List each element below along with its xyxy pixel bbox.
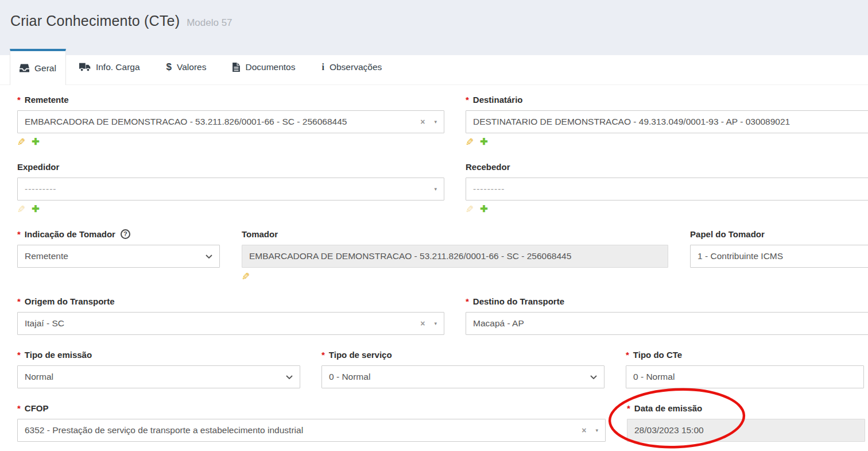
add-recebedor-icon[interactable]: ✚ [480, 205, 487, 214]
chevron-down-icon[interactable]: ▾ [434, 187, 437, 192]
page-subtitle: Modelo 57 [187, 17, 232, 29]
tipo-servico-value: 0 - Normal [329, 372, 586, 382]
edit-recebedor-icon[interactable]: ✎ [466, 205, 474, 214]
chevron-down-icon [206, 255, 212, 259]
add-remetente-icon[interactable]: ✚ [32, 137, 39, 147]
chevron-down-icon [590, 375, 597, 379]
expedidor-select[interactable]: --------- ▾ [17, 178, 444, 201]
inbox-icon [20, 64, 29, 72]
destinatario-value: DESTINATARIO DE DEMONSTRACAO - 49.313.04… [473, 117, 868, 127]
required-marker: * [17, 94, 21, 105]
destino-select[interactable]: Macapá - AP [466, 312, 868, 335]
clear-icon[interactable]: × [582, 426, 586, 435]
page-header: Criar Conhecimento (CTe) Modelo 57 [0, 0, 868, 49]
tipo-servico-label: * Tipo de serviço [321, 349, 604, 360]
page-title: Criar Conhecimento (CTe) [10, 13, 180, 29]
data-emissao-label: * Data de emissão [627, 403, 865, 414]
tab-label: Observações [330, 62, 382, 72]
papel-tomador-select[interactable]: 1 - Contribuinte ICMS [690, 245, 868, 268]
chevron-down-icon [286, 375, 293, 379]
tab-info-carga[interactable]: Info. Carga [66, 49, 153, 85]
remetente-select[interactable]: EMBARCADORA DE DEMONSTRACAO - 53.211.826… [17, 110, 444, 133]
add-expedidor-icon[interactable]: ✚ [32, 205, 39, 214]
dollar-icon: $ [166, 61, 172, 73]
expedidor-placeholder: --------- [25, 184, 434, 194]
tipo-emissao-label: * Tipo de emissão [17, 349, 300, 360]
edit-expedidor-icon[interactable]: ✎ [17, 205, 25, 214]
destinatario-label: * Destinatário [466, 94, 868, 105]
form-geral: * Remetente EMBARCADORA DE DEMONSTRACAO … [0, 85, 868, 442]
document-icon [232, 63, 240, 72]
destino-label: * Destino do Transporte [466, 296, 868, 307]
cfop-label: * CFOP [17, 403, 606, 414]
origem-select[interactable]: Itajaí - SC × ▾ [17, 312, 444, 335]
expedidor-label: Expedidor [17, 161, 444, 172]
origem-value: Itajaí - SC [25, 318, 416, 329]
recebedor-select[interactable]: --------- [466, 178, 868, 201]
required-marker: * [17, 229, 21, 240]
tab-label: Info. Carga [96, 62, 140, 72]
papel-tomador-label: Papel do Tomador [690, 229, 868, 240]
remetente-label: * Remetente [17, 94, 444, 105]
destinatario-select[interactable]: DESTINATARIO DE DEMONSTRACAO - 49.313.04… [466, 110, 868, 133]
tab-label: Documentos [245, 62, 295, 72]
required-marker: * [321, 349, 325, 360]
truck-icon [79, 63, 91, 72]
indicacao-tomador-label: * Indicação de Tomador ? [17, 229, 220, 240]
required-marker: * [627, 403, 630, 414]
destino-value: Macapá - AP [473, 318, 868, 329]
help-icon[interactable]: ? [121, 229, 130, 239]
required-marker: * [17, 349, 21, 360]
indicacao-tomador-select[interactable]: Remetente [17, 245, 220, 268]
tipo-cte-value: 0 - Normal [633, 372, 857, 382]
required-marker: * [17, 403, 21, 414]
papel-tomador-value: 1 - Contribuinte ICMS [698, 251, 868, 261]
add-destinatario-icon[interactable]: ✚ [480, 137, 487, 147]
info-icon: i [321, 62, 324, 72]
clear-icon[interactable]: × [420, 117, 425, 126]
tab-documentos[interactable]: Documentos [219, 49, 308, 85]
tipo-emissao-select[interactable]: Normal [17, 365, 300, 388]
tomador-value: EMBARCADORA DE DEMONSTRACAO - 53.211.826… [249, 251, 661, 261]
tipo-emissao-value: Normal [25, 372, 281, 382]
tomador-field: EMBARCADORA DE DEMONSTRACAO - 53.211.826… [242, 245, 668, 268]
tab-label: Geral [34, 63, 56, 74]
required-marker: * [466, 296, 469, 307]
tomador-label: Tomador [242, 229, 668, 240]
tipo-servico-select[interactable]: 0 - Normal [321, 365, 604, 388]
edit-tomador-icon[interactable]: ✎ [242, 272, 250, 282]
edit-destinatario-icon[interactable]: ✎ [466, 137, 474, 147]
indicacao-tomador-value: Remetente [25, 251, 201, 261]
tab-label: Valores [177, 62, 206, 72]
edit-remetente-icon[interactable]: ✎ [17, 137, 25, 147]
cfop-value: 6352 - Prestação de serviço de transport… [25, 425, 577, 435]
tab-geral[interactable]: Geral [10, 49, 66, 85]
remetente-value: EMBARCADORA DE DEMONSTRACAO - 53.211.826… [25, 117, 416, 127]
tipo-cte-label: * Tipo do CTe [626, 349, 864, 360]
cfop-select[interactable]: 6352 - Prestação de serviço de transport… [17, 419, 606, 442]
data-emissao-field: 28/03/2023 15:00 [627, 419, 865, 442]
tab-observacoes[interactable]: i Observações [308, 49, 395, 85]
required-marker: * [17, 296, 21, 307]
required-marker: * [466, 94, 469, 105]
data-emissao-value: 28/03/2023 15:00 [634, 425, 858, 435]
clear-icon[interactable]: × [420, 319, 425, 328]
recebedor-label: Recebedor [466, 161, 868, 172]
tab-valores[interactable]: $ Valores [153, 49, 220, 85]
chevron-down-icon[interactable]: ▾ [595, 428, 598, 433]
origem-label: * Origem do Transporte [17, 296, 444, 307]
recebedor-placeholder: --------- [473, 184, 868, 194]
required-marker: * [626, 349, 629, 360]
chevron-down-icon[interactable]: ▾ [434, 321, 437, 326]
tipo-cte-select[interactable]: 0 - Normal [626, 365, 864, 388]
chevron-down-icon[interactable]: ▾ [434, 120, 437, 125]
tab-bar: Geral Info. Carga $ Valores Documentos i… [0, 49, 868, 85]
